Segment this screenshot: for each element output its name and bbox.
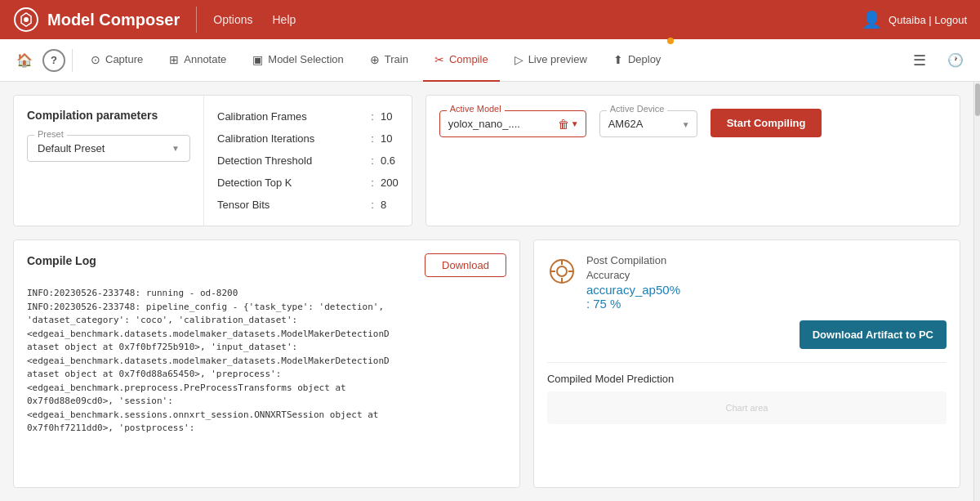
svg-point-3 (557, 266, 567, 276)
compiled-model-title: Compiled Model Prediction (547, 373, 947, 385)
tensor-bits-label: Tensor Bits (217, 199, 364, 211)
device-dropdown-arrow-icon: ▼ (682, 119, 690, 128)
tab-capture[interactable]: ⊙ Capture (79, 39, 154, 82)
detection-top-k-label: Detection Top K (217, 177, 364, 189)
toolbar-separator (72, 49, 73, 72)
compiled-model-section: Compiled Model Prediction Chart area (547, 362, 947, 424)
compile-log-title: Compile Log (27, 254, 96, 267)
tab-annotate-label: Annotate (184, 53, 226, 65)
accuracy-section: Post CompilationAccuracy accuracy_ap50%:… (547, 253, 947, 311)
preset-dropdown[interactable]: Preset Default Preset ▼ (27, 135, 190, 162)
deploy-badge (667, 38, 674, 44)
clock-button[interactable]: 🕐 (941, 46, 970, 75)
help-link[interactable]: Help (273, 13, 296, 26)
param-row-detection-top-k: Detection Top K : 200 (217, 172, 399, 194)
tab-compile[interactable]: ✂ Compile (423, 39, 500, 82)
user-info: 👤 Qutaiba | Logout (862, 10, 967, 29)
tab-deploy-label: Deploy (628, 53, 661, 65)
compile-icon: ✂ (434, 53, 444, 66)
download-artifact-button[interactable]: Download Artifact to PC (800, 320, 947, 349)
preset-label: Preset (34, 129, 67, 139)
user-avatar-icon: 👤 (862, 10, 882, 29)
app-title: Model Composer (47, 11, 180, 29)
active-device-value: AM62A (608, 118, 644, 130)
accuracy-text: Post CompilationAccuracy accuracy_ap50%:… (586, 253, 680, 311)
bottom-panels-row: Compile Log Download INFO:20230526-23374… (13, 239, 960, 488)
active-device-field[interactable]: Active Device AM62A ▼ (599, 110, 697, 137)
calibration-iterations-label: Calibration Iterations (217, 132, 364, 145)
scroll-thumb[interactable] (975, 83, 980, 116)
calibration-iterations-value: 10 (381, 132, 392, 145)
content-area: Compilation parameters Preset Default Pr… (0, 82, 973, 501)
compile-log-header: Compile Log Download (27, 253, 506, 277)
params-right: Calibration Frames : 10 Calibration Iter… (204, 96, 412, 226)
header-divider (196, 7, 197, 33)
user-label[interactable]: Qutaiba | Logout (889, 14, 967, 26)
detection-threshold-colon: : (364, 154, 381, 167)
tab-train[interactable]: ⊕ Train (359, 39, 420, 82)
tab-annotate[interactable]: ⊞ Annotate (158, 39, 238, 82)
accuracy-metric: accuracy_ap50%: 75 % (586, 283, 680, 311)
top-panels-row: Compilation parameters Preset Default Pr… (13, 95, 960, 226)
header-nav: Options Help (213, 13, 296, 26)
active-device-label: Active Device (607, 104, 668, 114)
compiled-model-chart: Chart area (547, 391, 947, 424)
model-selection-icon: ▣ (252, 53, 263, 66)
toolbar: 🏠 ? ⊙ Capture ⊞ Annotate ▣ Model Selecti… (0, 39, 980, 82)
detection-threshold-label: Detection Threshold (217, 154, 364, 167)
logo-area: Model Composer (13, 7, 180, 33)
active-model-value: yolox_nano_.... (448, 118, 520, 130)
model-dropdown-arrow[interactable]: ▼ (571, 119, 579, 128)
tab-model-selection[interactable]: ▣ Model Selection (241, 39, 355, 82)
tab-compile-label: Compile (449, 53, 488, 65)
model-device-row: Active Model yolox_nano_.... 🗑 ▼ Active … (439, 109, 947, 137)
post-compilation-panel: Post CompilationAccuracy accuracy_ap50%:… (533, 239, 960, 488)
annotate-icon: ⊞ (169, 53, 179, 66)
train-icon: ⊕ (370, 53, 380, 66)
detection-top-k-colon: : (364, 177, 381, 189)
calibration-iterations-colon: : (364, 132, 381, 145)
svg-point-1 (24, 17, 29, 22)
tab-live-preview[interactable]: ▷ Live preview (503, 39, 599, 82)
compilation-params-panel: Compilation parameters Preset Default Pr… (13, 95, 412, 226)
capture-icon: ⊙ (91, 53, 100, 66)
main-content: Compilation parameters Preset Default Pr… (0, 82, 980, 501)
start-compiling-button[interactable]: Start Compiling (710, 109, 822, 137)
param-row-tensor-bits: Tensor Bits : 8 (217, 194, 399, 216)
app-header: Model Composer Options Help 👤 Qutaiba | … (0, 0, 980, 39)
list-view-button[interactable]: ☰ (905, 46, 934, 75)
compile-log-content: INFO:20230526-233748: running - od-8200 … (27, 287, 506, 474)
options-link[interactable]: Options (213, 13, 252, 26)
active-model-panel: Active Model yolox_nano_.... 🗑 ▼ Active … (425, 95, 960, 226)
tab-model-selection-label: Model Selection (268, 53, 344, 65)
scroll-indicator[interactable] (973, 82, 980, 501)
accuracy-icon (547, 257, 577, 291)
param-row-calibration-frames: Calibration Frames : 10 (217, 105, 399, 127)
tab-capture-label: Capture (105, 53, 143, 65)
download-artifact-row: Download Artifact to PC (547, 320, 947, 349)
detection-top-k-value: 200 (381, 177, 399, 189)
tab-live-preview-label: Live preview (528, 53, 587, 65)
log-text: INFO:20230526-233748: running - od-8200 … (27, 288, 390, 433)
toolbar-right: ☰ 🕐 (905, 46, 970, 75)
model-field-icons: 🗑 ▼ (558, 118, 579, 131)
compile-log-panel: Compile Log Download INFO:20230526-23374… (13, 239, 520, 488)
delete-icon[interactable]: 🗑 (558, 118, 569, 131)
tab-train-label: Train (385, 53, 408, 65)
param-row-calibration-iterations: Calibration Iterations : 10 (217, 127, 399, 150)
preset-value: Default Preset (38, 142, 105, 154)
detection-threshold-value: 0.6 (381, 154, 395, 167)
help-button[interactable]: ? (42, 49, 65, 72)
params-left: Compilation parameters Preset Default Pr… (14, 96, 204, 226)
download-button[interactable]: Download (425, 253, 506, 277)
active-model-label: Active Model (447, 104, 505, 114)
compilation-params-title: Compilation parameters (27, 109, 190, 122)
home-button[interactable]: 🏠 (10, 46, 39, 75)
active-model-field[interactable]: Active Model yolox_nano_.... 🗑 ▼ (439, 110, 586, 137)
preset-arrow-icon: ▼ (172, 144, 180, 153)
accuracy-label: Post CompilationAccuracy (586, 253, 680, 283)
calibration-frames-value: 10 (381, 110, 392, 123)
deploy-icon: ⬆ (613, 53, 623, 66)
param-row-detection-threshold: Detection Threshold : 0.6 (217, 150, 399, 172)
tab-deploy[interactable]: ⬆ Deploy (602, 39, 672, 82)
